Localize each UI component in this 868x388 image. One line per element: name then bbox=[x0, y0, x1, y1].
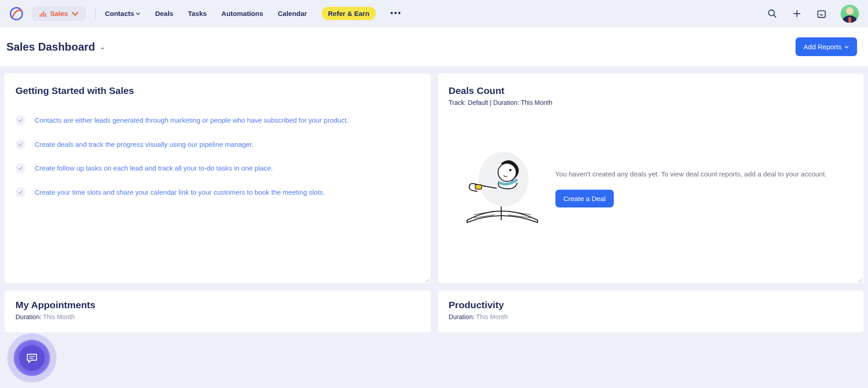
duration-value: This Month bbox=[43, 313, 74, 321]
card-appointments: My Appointments Duration: This Month bbox=[5, 290, 431, 332]
card-title: My Appointments bbox=[15, 300, 420, 310]
chevron-down-icon bbox=[844, 46, 849, 48]
card-subtitle: Track: Default | Duration: This Month bbox=[449, 99, 853, 106]
topbar-actions bbox=[767, 5, 859, 23]
nav-contacts[interactable]: Contacts bbox=[105, 10, 140, 17]
divider bbox=[95, 7, 96, 20]
nav-more[interactable]: ••• bbox=[390, 9, 402, 18]
duration-label: Duration: bbox=[449, 313, 476, 321]
phone-calendar-icon[interactable] bbox=[816, 8, 827, 19]
card-productivity: Productivity Duration: This Month bbox=[438, 290, 864, 332]
chevron-down-icon bbox=[136, 12, 140, 15]
checklist: Contacts are either leads generated thro… bbox=[15, 115, 420, 197]
checklist-item: Create deals and track the progress visu… bbox=[15, 140, 420, 150]
app-switcher-label: Sales bbox=[50, 10, 68, 17]
nav-automations[interactable]: Automations bbox=[221, 10, 263, 17]
svg-point-8 bbox=[509, 169, 511, 171]
checklist-link[interactable]: Create your time slots and share your ca… bbox=[35, 187, 325, 198]
topbar: Sales Contacts Deals Tasks Automations C… bbox=[0, 0, 868, 27]
svg-rect-9 bbox=[475, 185, 482, 189]
check-icon bbox=[15, 163, 26, 173]
page-title-text: Sales Dashboard bbox=[6, 41, 95, 53]
empty-content: You haven't created any deals yet. To vi… bbox=[555, 169, 827, 207]
empty-illustration bbox=[458, 147, 544, 229]
duration-value: This Month bbox=[521, 99, 552, 106]
app-logo[interactable] bbox=[9, 6, 24, 21]
checklist-item: Create your time slots and share your ca… bbox=[15, 187, 420, 198]
checklist-item: Create follow up tasks on each lead and … bbox=[15, 163, 420, 174]
track-value: Default bbox=[468, 99, 488, 106]
checklist-link[interactable]: Contacts are either leads generated thro… bbox=[35, 115, 349, 126]
create-deal-label: Create a Deal bbox=[564, 195, 606, 202]
app-switcher[interactable]: Sales bbox=[32, 6, 86, 21]
checklist-link[interactable]: Create deals and track the progress visu… bbox=[35, 140, 253, 150]
card-title: Deals Count bbox=[449, 85, 853, 96]
empty-message: You haven't created any deals yet. To vi… bbox=[555, 169, 827, 180]
checklist-link[interactable]: Create follow up tasks on each lead and … bbox=[35, 163, 273, 174]
chevron-down-icon bbox=[72, 10, 79, 17]
user-avatar[interactable] bbox=[841, 5, 859, 23]
separator: | bbox=[488, 99, 493, 106]
add-icon[interactable] bbox=[791, 8, 802, 19]
duration-value: This Month bbox=[476, 313, 508, 321]
card-subtitle: Duration: This Month bbox=[449, 313, 853, 321]
svg-rect-5 bbox=[818, 10, 826, 17]
add-reports-button[interactable]: Add Reports bbox=[796, 37, 857, 56]
card-deals-count: Deals Count Track: Default | Duration: T… bbox=[438, 73, 864, 283]
resize-handle[interactable] bbox=[855, 275, 863, 282]
check-icon bbox=[15, 140, 26, 150]
nav-calendar[interactable]: Calendar bbox=[278, 10, 307, 17]
nav-label: Contacts bbox=[105, 10, 134, 17]
duration-label: Duration: bbox=[15, 313, 43, 321]
card-title: Getting Started with Sales bbox=[15, 85, 420, 96]
search-icon[interactable] bbox=[767, 8, 778, 19]
main-nav: Contacts Deals Tasks Automations Calenda… bbox=[105, 7, 401, 20]
bars-icon bbox=[39, 10, 46, 17]
dashboard-grid: Getting Started with Sales Contacts are … bbox=[0, 66, 868, 340]
card-title: Productivity bbox=[449, 300, 853, 310]
chevron-down-icon: ⌄ bbox=[100, 43, 105, 51]
empty-state: You haven't created any deals yet. To vi… bbox=[449, 147, 853, 229]
svg-point-1 bbox=[769, 10, 775, 16]
check-icon bbox=[15, 115, 26, 125]
track-label: Track: bbox=[449, 99, 468, 106]
nav-tasks[interactable]: Tasks bbox=[188, 10, 206, 17]
create-deal-button[interactable]: Create a Deal bbox=[555, 190, 614, 207]
svg-point-7 bbox=[498, 163, 516, 181]
nav-refer-earn[interactable]: Refer & Earn bbox=[322, 7, 376, 20]
resize-handle[interactable] bbox=[422, 275, 430, 282]
nav-label: Tasks bbox=[188, 10, 206, 17]
nav-label: Deals bbox=[155, 10, 173, 17]
page-header: Sales Dashboard ⌄ Add Reports bbox=[0, 27, 868, 66]
page-title-dropdown[interactable]: Sales Dashboard ⌄ bbox=[6, 41, 105, 53]
duration-label: Duration: bbox=[493, 99, 521, 106]
card-getting-started: Getting Started with Sales Contacts are … bbox=[5, 73, 431, 283]
svg-line-2 bbox=[774, 15, 776, 17]
checklist-item: Contacts are either leads generated thro… bbox=[15, 115, 420, 126]
nav-deals[interactable]: Deals bbox=[155, 10, 173, 17]
add-reports-label: Add Reports bbox=[804, 43, 842, 51]
card-subtitle: Duration: This Month bbox=[15, 313, 420, 321]
nav-label: Refer & Earn bbox=[328, 10, 370, 17]
check-icon bbox=[15, 187, 26, 197]
nav-label: Automations bbox=[221, 10, 263, 17]
nav-label: Calendar bbox=[278, 10, 307, 17]
